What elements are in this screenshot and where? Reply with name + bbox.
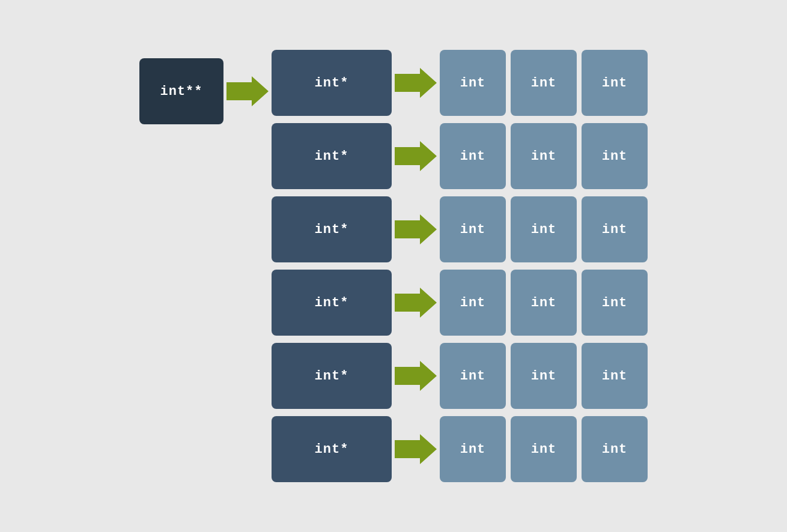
int-label-4-2: int — [602, 369, 628, 384]
int-label-1-2: int — [602, 149, 628, 164]
diagram: int** int* int* int* int* int* int* — [115, 32, 672, 500]
int-box-1-0: int — [440, 123, 506, 189]
int-box-0-0: int — [440, 50, 506, 116]
ptr-arrow-icon-1 — [395, 141, 437, 171]
int-box-2-0: int — [440, 196, 506, 262]
int-label-5-2: int — [602, 442, 628, 457]
ptr-arrow-container-0 — [392, 50, 440, 116]
ptr-arrow-container-1 — [392, 123, 440, 189]
ptr-box-0: int* — [272, 50, 392, 116]
int-box-5-0: int — [440, 416, 506, 482]
ptr-arrow-container-2 — [392, 196, 440, 262]
int-label-2-0: int — [460, 222, 486, 237]
ptr-arrow-icon-5 — [395, 434, 437, 464]
int-label-5-0: int — [460, 442, 486, 457]
int-label-0-0: int — [460, 76, 486, 91]
ptr-label-5: int* — [315, 442, 349, 457]
int-label-5-1: int — [531, 442, 557, 457]
ptr-arrow-container-5 — [392, 416, 440, 482]
int-box-3-2: int — [582, 270, 648, 336]
int-box-4-2: int — [582, 343, 648, 409]
int-box-1-2: int — [582, 123, 648, 189]
int-label-2-1: int — [531, 222, 557, 237]
int-label-4-0: int — [460, 369, 486, 384]
ptr-column: int* int* int* int* int* int* — [272, 50, 392, 482]
int-label-2-2: int — [602, 222, 628, 237]
main-arrow-column — [223, 50, 272, 124]
int-row-1: int int int — [440, 123, 648, 189]
ptr-label-0: int* — [315, 76, 349, 91]
int-label-0-2: int — [602, 76, 628, 91]
ptr-box-3: int* — [272, 270, 392, 336]
int-box-4-0: int — [440, 343, 506, 409]
ptr-label-3: int* — [315, 295, 349, 310]
int-box-3-0: int — [440, 270, 506, 336]
ptr-arrow-container-3 — [392, 270, 440, 336]
ptr-arrow-icon-0 — [395, 68, 437, 98]
ptr-arrow-icon-4 — [395, 361, 437, 391]
int-row-5: int int int — [440, 416, 648, 482]
int-box-0-1: int — [511, 50, 577, 116]
int-label-3-0: int — [460, 295, 486, 310]
double-ptr-label: int** — [160, 84, 202, 99]
double-ptr-column: int** — [139, 50, 223, 124]
int-label-1-0: int — [460, 149, 486, 164]
double-ptr-box: int** — [139, 58, 223, 124]
ptr-label-4: int* — [315, 369, 349, 384]
int-label-3-2: int — [602, 295, 628, 310]
ptr-box-5: int* — [272, 416, 392, 482]
ptr-arrow-column — [392, 50, 440, 482]
int-box-2-2: int — [582, 196, 648, 262]
int-row-0: int int int — [440, 50, 648, 116]
int-box-1-1: int — [511, 123, 577, 189]
main-arrow-container — [223, 58, 272, 124]
ptr-arrow-icon-2 — [395, 214, 437, 244]
int-row-4: int int int — [440, 343, 648, 409]
int-label-4-1: int — [531, 369, 557, 384]
int-row-3: int int int — [440, 270, 648, 336]
int-box-4-1: int — [511, 343, 577, 409]
ptr-label-1: int* — [315, 149, 349, 164]
int-label-1-1: int — [531, 149, 557, 164]
ptr-arrow-icon-3 — [395, 288, 437, 318]
int-label-3-1: int — [531, 295, 557, 310]
int-label-0-1: int — [531, 76, 557, 91]
int-box-5-1: int — [511, 416, 577, 482]
ptr-arrow-container-4 — [392, 343, 440, 409]
int-column: int int int int int int int — [440, 50, 648, 482]
ptr-box-4: int* — [272, 343, 392, 409]
int-box-3-1: int — [511, 270, 577, 336]
ptr-label-2: int* — [315, 222, 349, 237]
int-box-0-2: int — [582, 50, 648, 116]
int-box-5-2: int — [582, 416, 648, 482]
int-row-2: int int int — [440, 196, 648, 262]
int-box-2-1: int — [511, 196, 577, 262]
ptr-box-1: int* — [272, 123, 392, 189]
ptr-box-2: int* — [272, 196, 392, 262]
main-arrow-icon — [226, 76, 269, 106]
